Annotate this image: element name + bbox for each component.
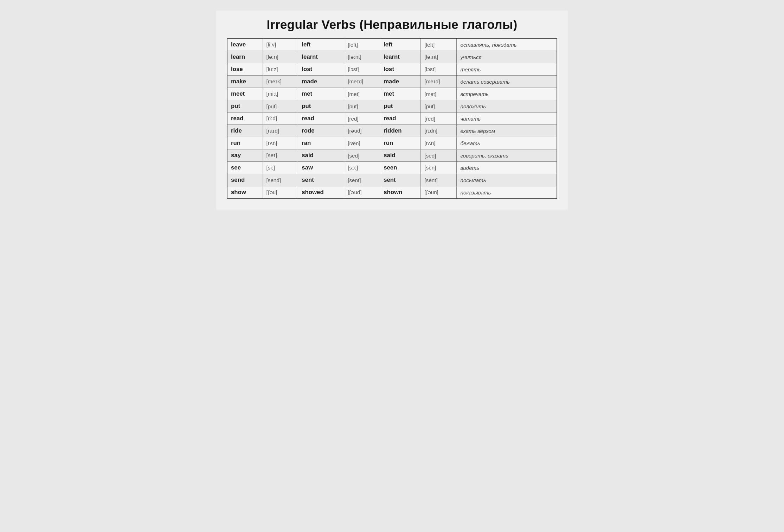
col-v3: left — [380, 38, 421, 51]
table-row: meet[miːt]met[met]met[met]встречать — [227, 88, 557, 100]
col-v3pron: [meɪd] — [421, 76, 457, 88]
col-v2pron: [met] — [344, 88, 380, 100]
col-inf: run — [227, 137, 263, 149]
verbs-table: leave[liːv]left[left]left[left]оставлять… — [227, 38, 557, 199]
col-trans: показывать — [457, 186, 557, 199]
table-row: ride[raɪd]rode[rəud]ridden[rɪdn]ехать ве… — [227, 125, 557, 137]
col-inf: make — [227, 76, 263, 88]
col-v3pron: [lɔst] — [421, 63, 457, 76]
col-v2pron: [left] — [344, 38, 380, 51]
col-v3: met — [380, 88, 421, 100]
col-v2pron: [sent] — [344, 174, 380, 186]
col-inf: show — [227, 186, 263, 199]
table-row: say[seɪ]said[sed]said[sed]говорить, сказ… — [227, 149, 557, 162]
col-v3pron: [siːn] — [421, 162, 457, 174]
table-row: make[meɪk]made[meɪd]made[meɪd]делать сов… — [227, 76, 557, 88]
col-pron: [siː] — [263, 162, 298, 174]
table-row: leave[liːv]left[left]left[left]оставлять… — [227, 38, 557, 51]
page: Irregular Verbs (Неправильные глаголы) l… — [216, 11, 568, 210]
col-v2: rode — [298, 125, 344, 137]
col-trans: читать — [457, 113, 557, 125]
table-row: see[siː]saw[sɔː]seen[siːn]видеть — [227, 162, 557, 174]
col-v2: showed — [298, 186, 344, 199]
col-v3: run — [380, 137, 421, 149]
col-inf: send — [227, 174, 263, 186]
table-row: put[put]put[put]put[put]положить — [227, 100, 557, 113]
col-trans: делать совершать — [457, 76, 557, 88]
col-v2: made — [298, 76, 344, 88]
col-trans: ехать верхом — [457, 125, 557, 137]
col-inf: ride — [227, 125, 263, 137]
col-v2: learnt — [298, 51, 344, 63]
col-v2pron: [ræn] — [344, 137, 380, 149]
col-v2pron: [red] — [344, 113, 380, 125]
col-v2pron: [lɔst] — [344, 63, 380, 76]
col-v2pron: [ləːnt] — [344, 51, 380, 63]
col-pron: [liːv] — [263, 38, 298, 51]
col-trans: терять — [457, 63, 557, 76]
col-pron: [ləːn] — [263, 51, 298, 63]
col-v3pron: [ʃəun] — [421, 186, 457, 199]
col-v3: ridden — [380, 125, 421, 137]
col-v3pron: [rʌn] — [421, 137, 457, 149]
col-inf: see — [227, 162, 263, 174]
col-v3pron: [put] — [421, 100, 457, 113]
table-row: show[ʃəu]showed[ʃəud]shown[ʃəun]показыва… — [227, 186, 557, 199]
col-pron: [raɪd] — [263, 125, 298, 137]
table-row: read[riːd]read[red]read[red]читать — [227, 113, 557, 125]
col-trans: положить — [457, 100, 557, 113]
col-pron: [miːt] — [263, 88, 298, 100]
col-v3pron: [rɪdn] — [421, 125, 457, 137]
col-inf: leave — [227, 38, 263, 51]
col-inf: learn — [227, 51, 263, 63]
col-v2: read — [298, 113, 344, 125]
col-trans: встречать — [457, 88, 557, 100]
col-v3: read — [380, 113, 421, 125]
col-v3pron: [ləːnt] — [421, 51, 457, 63]
col-trans: оставлять, покидать — [457, 38, 557, 51]
col-v3: made — [380, 76, 421, 88]
col-v3: said — [380, 149, 421, 162]
col-v3pron: [left] — [421, 38, 457, 51]
table-row: send[send]sent[sent]sent[sent]посылать — [227, 174, 557, 186]
col-trans: бежать — [457, 137, 557, 149]
col-v3pron: [met] — [421, 88, 457, 100]
col-inf: put — [227, 100, 263, 113]
col-v2pron: [sɔː] — [344, 162, 380, 174]
col-v3pron: [sed] — [421, 149, 457, 162]
col-v3: put — [380, 100, 421, 113]
col-pron: [send] — [263, 174, 298, 186]
col-trans: говорить, сказать — [457, 149, 557, 162]
col-pron: [luːz] — [263, 63, 298, 76]
col-inf: meet — [227, 88, 263, 100]
col-inf: read — [227, 113, 263, 125]
col-v2: ran — [298, 137, 344, 149]
col-trans: учиться — [457, 51, 557, 63]
col-inf: lose — [227, 63, 263, 76]
col-v2pron: [ʃəud] — [344, 186, 380, 199]
col-v2: said — [298, 149, 344, 162]
col-v3: learnt — [380, 51, 421, 63]
col-trans: посылать — [457, 174, 557, 186]
table-row: run[rʌn]ran[ræn]run[rʌn]бежать — [227, 137, 557, 149]
col-v3: shown — [380, 186, 421, 199]
col-inf: say — [227, 149, 263, 162]
col-pron: [meɪk] — [263, 76, 298, 88]
col-v2: left — [298, 38, 344, 51]
col-v2: sent — [298, 174, 344, 186]
table-row: learn[ləːn]learnt[ləːnt]learnt[ləːnt]учи… — [227, 51, 557, 63]
col-pron: [riːd] — [263, 113, 298, 125]
col-pron: [rʌn] — [263, 137, 298, 149]
col-v3: seen — [380, 162, 421, 174]
col-v2pron: [sed] — [344, 149, 380, 162]
col-pron: [ʃəu] — [263, 186, 298, 199]
col-v2: put — [298, 100, 344, 113]
col-v3pron: [sent] — [421, 174, 457, 186]
col-v2: saw — [298, 162, 344, 174]
col-pron: [seɪ] — [263, 149, 298, 162]
col-v2: lost — [298, 63, 344, 76]
col-v2pron: [rəud] — [344, 125, 380, 137]
col-v3: sent — [380, 174, 421, 186]
col-v3pron: [red] — [421, 113, 457, 125]
col-v3: lost — [380, 63, 421, 76]
